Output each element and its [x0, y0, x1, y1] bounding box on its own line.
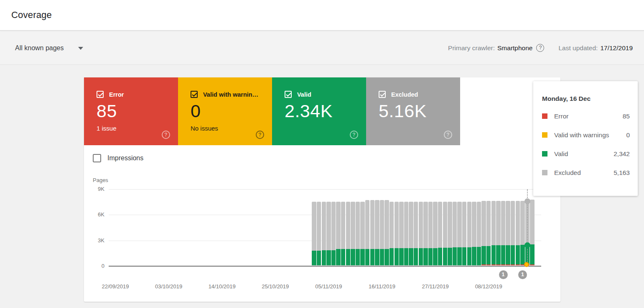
bar-segment [423, 248, 428, 265]
tooltip-title: Monday, 16 Dec [542, 95, 630, 103]
chart-bar[interactable] [317, 202, 321, 265]
chart-bar[interactable] [336, 202, 341, 265]
bar-segment [395, 248, 399, 265]
chart-bar[interactable] [326, 202, 331, 265]
hover-dot-excluded [524, 198, 530, 204]
bar-segment [428, 202, 433, 248]
bar-segment [481, 246, 486, 264]
help-icon[interactable]: ? [536, 44, 544, 52]
help-icon[interactable]: ? [350, 131, 358, 139]
status-card-valid[interactable]: Valid 2.34K ? [272, 77, 366, 145]
help-icon[interactable]: ? [162, 131, 170, 139]
y-tick-label: 9K [86, 186, 104, 192]
valid-checkbox-icon[interactable] [285, 91, 292, 98]
chart-bar[interactable] [409, 202, 413, 265]
bar-segment [481, 201, 486, 246]
card-value: 0 [191, 101, 201, 121]
chart-bar[interactable] [462, 202, 467, 265]
bar-segment [438, 248, 443, 265]
chart-bar[interactable] [516, 201, 520, 265]
chart-bar[interactable] [467, 202, 472, 265]
chart-bar[interactable] [443, 202, 448, 265]
primary-crawler-label: Primary crawler: [448, 44, 495, 52]
bar-segment [380, 249, 384, 265]
bar-segment [506, 245, 510, 264]
chart-bar[interactable] [453, 202, 457, 265]
chart-bar[interactable] [384, 200, 389, 265]
bar-segment [409, 202, 413, 248]
chart-bar[interactable] [506, 201, 510, 265]
impressions-toggle[interactable]: Impressions [93, 154, 143, 162]
chart-bar[interactable] [341, 202, 346, 265]
x-tick-label: 27/11/2019 [417, 283, 454, 290]
bar-segment [317, 251, 321, 265]
error-checkbox-icon[interactable] [97, 91, 104, 98]
chart-bar[interactable] [530, 200, 535, 265]
hover-dot-warnings [524, 262, 529, 267]
x-tick-label: 14/10/2019 [203, 283, 241, 290]
chart-bar[interactable] [419, 202, 423, 265]
bar-segment [511, 264, 515, 265]
page-filter-dropdown[interactable]: All known pages [15, 42, 83, 54]
chart-bar[interactable] [414, 202, 418, 265]
help-icon[interactable]: ? [444, 131, 452, 139]
chart-bar[interactable] [312, 202, 316, 265]
chart-bar[interactable] [511, 201, 515, 265]
chart-bar[interactable] [448, 202, 452, 265]
impressions-checkbox-icon[interactable] [93, 154, 101, 162]
chart-bar[interactable] [501, 201, 506, 265]
event-marker-badge[interactable]: 1 [518, 270, 527, 279]
bar-segment [375, 200, 379, 249]
chart-bar[interactable] [481, 201, 486, 265]
chart-bar[interactable] [433, 202, 438, 265]
chart-bar[interactable] [496, 201, 501, 265]
excluded-checkbox-icon[interactable] [379, 91, 386, 98]
chart-bar[interactable] [331, 202, 336, 265]
chart-bar[interactable] [389, 202, 394, 265]
chart-bar[interactable] [404, 202, 409, 265]
event-marker-badge[interactable]: 1 [499, 270, 508, 279]
chart-bar[interactable] [423, 202, 428, 265]
chart-bar[interactable] [380, 200, 384, 265]
bar-segment [477, 202, 481, 247]
chart-bar[interactable] [520, 201, 525, 265]
bar-segment [501, 245, 506, 264]
bar-segment [516, 201, 520, 245]
bar-segment [520, 201, 525, 245]
status-card-excluded[interactable]: Excluded 5.16K ? [366, 77, 460, 145]
bar-segment [419, 248, 423, 265]
chart-bar[interactable] [351, 202, 355, 265]
chart-bar[interactable] [375, 200, 379, 265]
error-swatch-icon [542, 113, 547, 119]
bar-segment [530, 264, 535, 265]
chart-bar[interactable] [356, 202, 360, 265]
help-icon[interactable]: ? [256, 131, 264, 139]
bar-segment [365, 200, 370, 249]
chart-bar[interactable] [472, 202, 476, 265]
status-card-valid-with-warnings[interactable]: Valid with warnin… 0 No issues ? [178, 77, 272, 145]
bar-segment [351, 202, 355, 249]
bar-segment [414, 248, 418, 265]
coverage-chart[interactable]: 03K6K9K22/09/201903/10/201914/10/201925/… [109, 189, 536, 266]
excluded-swatch-icon [542, 170, 547, 175]
chart-bar[interactable] [395, 202, 399, 265]
chart-bar[interactable] [491, 201, 496, 265]
bar-segment [477, 247, 481, 265]
chart-bar[interactable] [346, 202, 351, 265]
chart-bar[interactable] [486, 201, 491, 265]
status-card-error[interactable]: Error 85 1 issue ? [84, 77, 178, 145]
chart-bar[interactable] [360, 202, 365, 266]
chart-bar[interactable] [428, 202, 433, 265]
chart-bar[interactable] [365, 200, 370, 265]
bar-segment [453, 202, 457, 247]
bar-segment [443, 248, 448, 265]
bar-segment [389, 202, 394, 248]
chart-bar[interactable] [370, 200, 375, 265]
chart-bar[interactable] [457, 202, 462, 265]
chart-bar[interactable] [399, 202, 404, 265]
chart-bar[interactable] [477, 202, 481, 265]
chart-bar[interactable] [438, 202, 443, 265]
warnings-checkbox-icon[interactable] [191, 91, 198, 98]
bar-segment [491, 201, 496, 245]
chart-bar[interactable] [322, 202, 326, 265]
